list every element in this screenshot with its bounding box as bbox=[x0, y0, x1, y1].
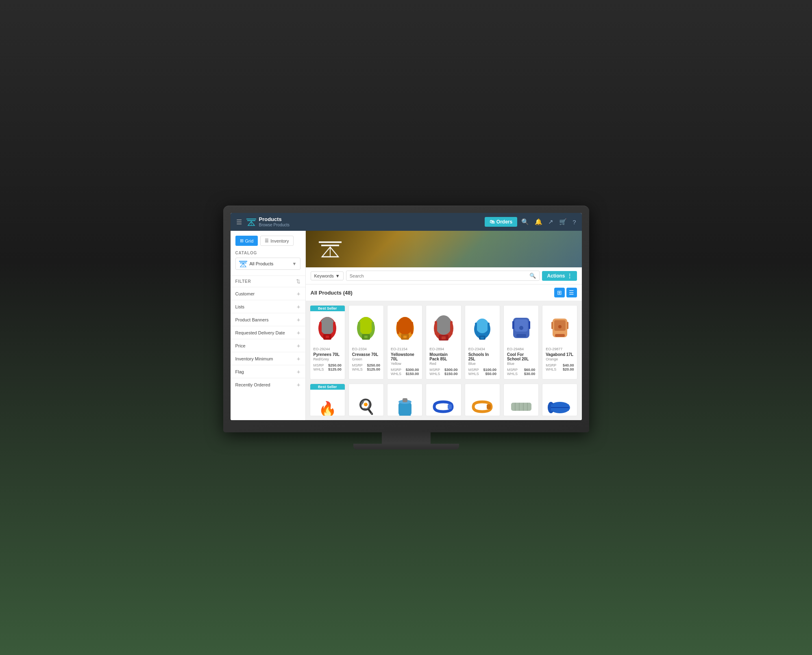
svg-rect-58 bbox=[403, 398, 407, 402]
backpack-image-4 bbox=[430, 314, 457, 343]
backpack-image-2 bbox=[352, 314, 380, 343]
product-card-12[interactable] bbox=[465, 384, 500, 416]
cart-icon[interactable]: 🛒 bbox=[559, 218, 567, 226]
product-whls-2: WHLS $125.00 bbox=[352, 367, 380, 371]
product-name-3: Yellowstone 70L bbox=[391, 352, 419, 361]
product-card-8[interactable]: Best Seller 🔥 bbox=[310, 384, 345, 416]
svg-rect-28 bbox=[403, 336, 407, 338]
filter-item-price[interactable]: Price + bbox=[231, 339, 305, 352]
nav-icons: 🔍 🔔 ↗ 🛒 ? bbox=[521, 218, 576, 226]
product-card-5[interactable]: EO-23434 Schools In 25L Blue MSRP $100.0… bbox=[465, 305, 500, 380]
search-type-select[interactable]: Keywords ▼ bbox=[311, 271, 344, 280]
product-sku-4: EO-2894 bbox=[429, 347, 457, 351]
svg-point-20 bbox=[359, 317, 373, 335]
filter-item-inventory-min[interactable]: Inventory Minimum + bbox=[231, 352, 305, 365]
best-seller-badge-8: Best Seller bbox=[310, 384, 345, 390]
product-image-5 bbox=[468, 312, 496, 345]
svg-rect-24 bbox=[372, 322, 374, 334]
whls-value-3: $150.00 bbox=[406, 372, 419, 376]
filter-item-flag[interactable]: Flag + bbox=[231, 365, 305, 378]
orders-button[interactable]: 🛍 Orders bbox=[485, 217, 517, 227]
whls-value-1: $125.00 bbox=[328, 367, 342, 371]
product-card-6[interactable]: EO-29484 Cool For School 20L Blue MSRP $… bbox=[503, 305, 539, 380]
chevron-down-icon: ▼ bbox=[292, 261, 297, 266]
filter-price-plus-icon[interactable]: + bbox=[297, 342, 300, 349]
msrp-label-1: MSRP bbox=[313, 363, 324, 367]
search-type-label: Keywords bbox=[314, 273, 334, 278]
tab-grid[interactable]: ⊞ Grid bbox=[235, 236, 258, 246]
product-card-11[interactable] bbox=[426, 384, 461, 416]
product-card-14[interactable] bbox=[542, 384, 577, 416]
product-card-3[interactable]: EO-21154 Yellowstone 70L Yellow MSRP $30… bbox=[387, 305, 422, 380]
filter-price-label: Price bbox=[235, 343, 246, 348]
msrp-label-7: MSRP bbox=[546, 363, 556, 367]
sidebar: ⊞ Grid ☰ Inventory CATALOG bbox=[231, 231, 306, 420]
nav-subtitle: Browse Products bbox=[259, 223, 290, 228]
actions-button[interactable]: Actions ⋮ bbox=[542, 271, 577, 281]
svg-rect-41 bbox=[475, 323, 477, 334]
search-submit-icon[interactable]: 🔍 bbox=[529, 273, 536, 279]
screen: ☰ Products Browse Products 🛍 bbox=[231, 213, 582, 420]
filter-item-customer[interactable]: Customer + bbox=[231, 287, 305, 300]
product-sku-6: EO-29484 bbox=[507, 347, 535, 351]
svg-rect-54 bbox=[567, 322, 568, 329]
product-card-10[interactable] bbox=[387, 384, 422, 416]
filter-customer-plus-icon[interactable]: + bbox=[297, 290, 300, 297]
products-header: All Products (48) ⊞ ☰ bbox=[306, 284, 582, 301]
product-image-13 bbox=[507, 390, 535, 416]
filter-lists-plus-icon[interactable]: + bbox=[297, 303, 300, 310]
search-input[interactable] bbox=[350, 273, 530, 278]
msrp-value-2: $250.00 bbox=[367, 363, 381, 367]
filter-recently-label: Recently Ordered bbox=[235, 382, 270, 387]
whls-label-3: WHLS bbox=[391, 372, 401, 376]
svg-rect-47 bbox=[512, 321, 514, 329]
toggle-grid-btn[interactable]: ⊞ bbox=[554, 288, 565, 297]
whls-label-5: WHLS bbox=[468, 372, 479, 376]
filter-banners-plus-icon[interactable]: + bbox=[297, 316, 300, 323]
hamburger-icon[interactable]: ☰ bbox=[236, 218, 242, 226]
product-card-9[interactable]: 🍳 bbox=[348, 384, 384, 416]
product-card-13[interactable] bbox=[503, 384, 539, 416]
monitor-outer: ☰ Products Browse Products 🛍 bbox=[223, 206, 589, 449]
orders-icon: 🛍 bbox=[490, 219, 494, 225]
product-variant-7: Orange bbox=[546, 357, 574, 361]
hero-brand-icon bbox=[318, 238, 342, 258]
msrp-label-5: MSRP bbox=[468, 368, 479, 372]
filter-recently-plus-icon[interactable]: + bbox=[297, 381, 300, 388]
toggle-list-btn[interactable]: ☰ bbox=[566, 288, 577, 297]
search-nav-icon[interactable]: 🔍 bbox=[521, 218, 529, 226]
product-whls-1: WHLS $125.00 bbox=[313, 367, 342, 371]
notification-icon[interactable]: 🔔 bbox=[535, 218, 542, 226]
catalog-select[interactable]: All Products ▼ bbox=[235, 258, 300, 270]
msrp-label-2: MSRP bbox=[352, 363, 363, 367]
tab-inventory[interactable]: ☰ Inventory bbox=[260, 236, 293, 246]
product-card-7[interactable]: EO-29877 Vagabond 17L Orange MSRP $40.00… bbox=[542, 305, 577, 380]
filter-delivery-plus-icon[interactable]: + bbox=[297, 329, 300, 336]
product-sku-1: EO-29244 bbox=[313, 347, 342, 351]
share-icon[interactable]: ↗ bbox=[548, 218, 553, 226]
svg-rect-29 bbox=[397, 322, 399, 334]
product-card-2[interactable]: EO-2334 Crevasse 70L Green MSRP $250.00 … bbox=[348, 305, 384, 380]
msrp-value-6: $60.00 bbox=[524, 368, 536, 372]
msrp-value-3: $300.00 bbox=[406, 368, 419, 372]
filter-item-product-banners[interactable]: Product Banners + bbox=[231, 313, 305, 326]
filter-item-recently-ordered[interactable]: Recently Ordered + bbox=[231, 378, 305, 391]
product-variant-1: Red/Grey bbox=[313, 357, 342, 361]
product-card-4[interactable]: EO-2894 Mountain Pack 85L Red MSRP $300.… bbox=[426, 305, 461, 380]
help-icon[interactable]: ? bbox=[573, 219, 576, 226]
product-card-1[interactable]: Best Seller bbox=[310, 305, 345, 380]
hero-overlay bbox=[306, 231, 582, 267]
product-image-3 bbox=[391, 312, 419, 345]
filter-flag-plus-icon[interactable]: + bbox=[297, 368, 300, 375]
filter-item-lists[interactable]: Lists + bbox=[231, 300, 305, 313]
filter-item-delivery-date[interactable]: Requested Delivery Date + bbox=[231, 326, 305, 339]
svg-rect-4 bbox=[239, 261, 247, 262]
whls-value-4: $150.00 bbox=[444, 372, 458, 376]
product-sku-2: EO-2334 bbox=[352, 347, 380, 351]
filter-inventory-plus-icon[interactable]: + bbox=[297, 355, 300, 362]
svg-rect-30 bbox=[411, 322, 413, 334]
search-type-arrow-icon: ▼ bbox=[335, 273, 340, 278]
search-bar: Keywords ▼ 🔍 Actions ⋮ bbox=[306, 267, 582, 284]
filter-sort-icon[interactable]: ⇅ bbox=[296, 278, 300, 284]
svg-rect-9 bbox=[321, 245, 339, 246]
